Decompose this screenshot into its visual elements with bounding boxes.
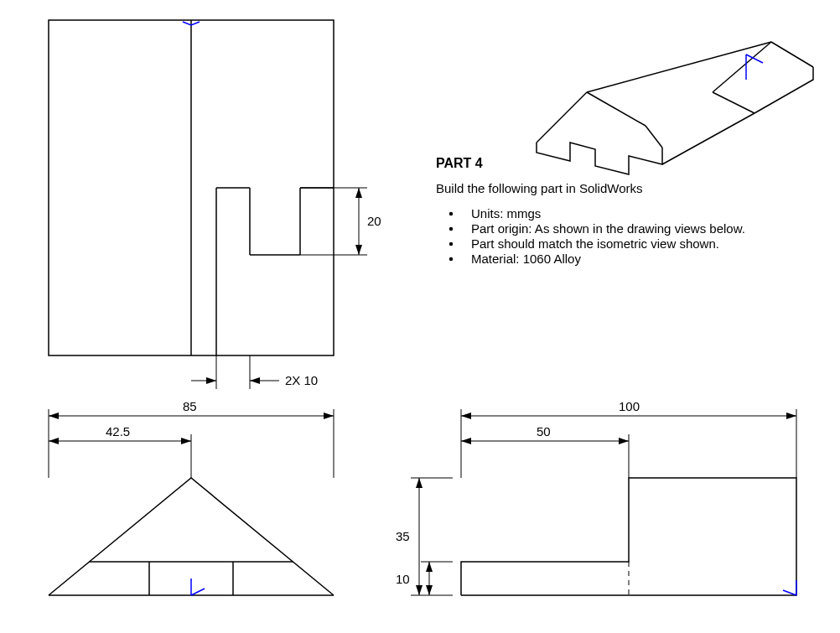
svg-marker-51: [426, 585, 433, 595]
dim-42p5: 42.5: [49, 424, 191, 478]
dim-35-text: 35: [396, 529, 410, 543]
svg-point-53: [449, 227, 453, 231]
dim-100-text: 100: [619, 399, 640, 413]
bullet-0-text: Units: mmgs: [471, 206, 541, 221]
svg-marker-23: [49, 412, 59, 419]
dim-85-text: 85: [183, 399, 197, 413]
bullet-1-text: Part origin: As shown in the drawing vie…: [471, 221, 745, 236]
bullet-1: Part origin: As shown in the drawing vie…: [449, 221, 745, 236]
top-view: 20 2X 10: [49, 20, 381, 389]
dim-20-text: 20: [367, 214, 381, 228]
dim-slot-20: 20: [300, 188, 381, 255]
dim-50: 50: [461, 424, 629, 478]
instruction-text: Build the following part in SolidWorks: [436, 181, 643, 195]
bullet-3-text: Material: 1060 Alloy: [471, 252, 581, 266]
isometric-view: [537, 42, 813, 174]
svg-marker-17: [206, 377, 216, 384]
svg-marker-13: [355, 245, 362, 255]
front-view: 85 42.5: [49, 399, 334, 595]
svg-marker-27: [49, 438, 59, 444]
dim-50-text: 50: [537, 424, 551, 438]
svg-marker-46: [416, 478, 423, 488]
dim-42p5-text: 42.5: [106, 424, 130, 438]
drawing-canvas: 20 2X 10 85: [0, 0, 840, 633]
svg-marker-24: [324, 412, 334, 419]
bullet-2-text: Part should match the isometric view sho…: [471, 236, 719, 251]
svg-marker-28: [181, 438, 191, 444]
svg-marker-50: [426, 562, 433, 572]
bullet-3: Material: 1060 Alloy: [449, 252, 582, 266]
dim-10-text: 10: [396, 572, 410, 586]
svg-marker-36: [461, 412, 471, 419]
svg-point-54: [449, 242, 453, 246]
svg-marker-40: [461, 438, 471, 444]
svg-point-55: [449, 257, 453, 261]
bullet-0: Units: mmgs: [449, 206, 542, 221]
svg-marker-41: [619, 438, 629, 444]
svg-marker-19: [250, 377, 260, 384]
svg-marker-47: [416, 585, 423, 595]
svg-point-52: [449, 212, 453, 215]
dim-10: 10: [396, 562, 453, 595]
text-block: PART 4 Build the following part in Solid…: [436, 156, 745, 266]
svg-marker-37: [786, 412, 796, 419]
side-view: 100 50 35 1: [396, 399, 796, 595]
dim-2x10: 2X 10: [191, 355, 318, 389]
svg-marker-12: [355, 188, 362, 198]
part-title: PART 4: [436, 156, 483, 170]
dim-2x10-text: 2X 10: [285, 373, 318, 387]
bullet-2: Part should match the isometric view sho…: [449, 236, 719, 251]
